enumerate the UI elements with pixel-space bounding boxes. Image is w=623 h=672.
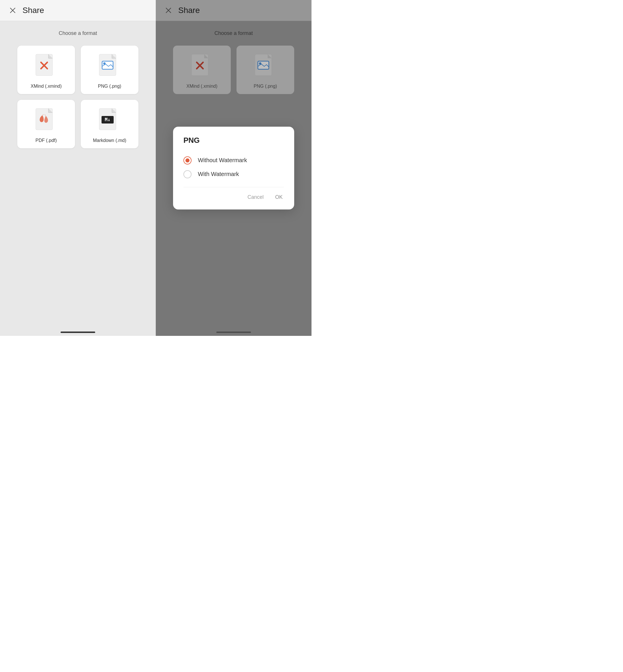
- dialog-title: PNG: [183, 136, 284, 145]
- dialog-overlay: PNG Without Watermark With Watermark Can…: [156, 0, 312, 336]
- pdf-label: PDF (.pdf): [35, 138, 57, 143]
- dialog-cancel-button[interactable]: Cancel: [246, 192, 265, 203]
- left-format-label: Choose a format: [59, 30, 97, 36]
- left-header: Share: [0, 0, 156, 21]
- left-close-button[interactable]: [8, 6, 17, 15]
- left-title: Share: [23, 6, 44, 15]
- pdf-icon: [35, 108, 58, 134]
- left-format-grid: XMind (.xmind) PNG (.png): [17, 46, 139, 148]
- left-home-indicator: [61, 331, 95, 333]
- svg-text:M↓: M↓: [105, 117, 110, 122]
- radio-circle-with-watermark: [183, 170, 191, 178]
- format-card-markdown[interactable]: M↓ Markdown (.md): [81, 100, 139, 148]
- format-card-xmind[interactable]: XMind (.xmind): [17, 46, 75, 94]
- radio-dot-without-watermark: [185, 158, 189, 163]
- png-label: PNG (.png): [98, 84, 121, 89]
- dialog-ok-button[interactable]: OK: [274, 192, 284, 203]
- right-panel: Share Choose a format XMind (.xmind): [156, 0, 312, 336]
- without-watermark-label: Without Watermark: [198, 157, 247, 164]
- left-bottom-bar: [0, 322, 156, 336]
- xmind-icon: [35, 54, 58, 80]
- left-content: Choose a format XMind (.xmind): [0, 21, 156, 322]
- with-watermark-label: With Watermark: [198, 171, 239, 177]
- radio-option-without-watermark[interactable]: Without Watermark: [183, 153, 284, 167]
- format-card-pdf[interactable]: PDF (.pdf): [17, 100, 75, 148]
- markdown-label: Markdown (.md): [93, 138, 126, 143]
- markdown-icon: M↓: [98, 108, 121, 134]
- png-icon: [98, 54, 121, 80]
- xmind-label: XMind (.xmind): [31, 84, 62, 89]
- radio-circle-without-watermark: [183, 156, 191, 165]
- left-panel: Share Choose a format XMind (.xmind): [0, 0, 156, 336]
- dialog-actions: Cancel OK: [183, 192, 284, 203]
- png-dialog: PNG Without Watermark With Watermark Can…: [173, 127, 294, 209]
- radio-option-with-watermark[interactable]: With Watermark: [183, 167, 284, 181]
- format-card-png[interactable]: PNG (.png): [81, 46, 139, 94]
